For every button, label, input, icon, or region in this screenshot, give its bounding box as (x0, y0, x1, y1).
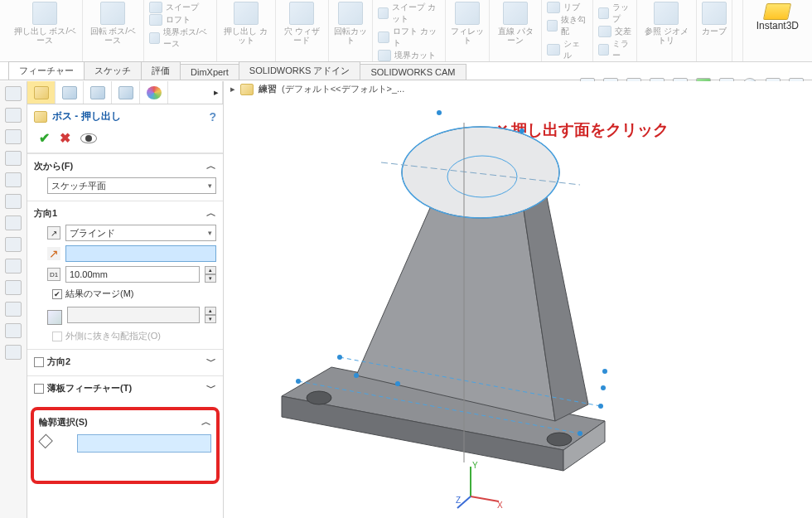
rib-button[interactable]: リブ (547, 2, 587, 13)
shell-button[interactable]: シェル (547, 38, 587, 61)
sweep-icon (149, 2, 162, 13)
rg-rib-draft-shell: リブ 抜き勾配 シェル (542, 0, 592, 61)
triad-x: X (497, 501, 503, 510)
lt-icon-9[interactable] (5, 259, 22, 274)
svg-line-20 (471, 496, 499, 501)
loft-button[interactable]: ロフト (149, 14, 211, 26)
draft-spinner[interactable]: ▴▾ (205, 307, 216, 323)
rg-extrude-cut[interactable]: 押し出し カット (217, 0, 277, 61)
chevron-down-icon: ▾ (208, 182, 212, 190)
rg-linear-pattern[interactable]: 直線 パターン (490, 0, 543, 61)
wrap-button[interactable]: ラップ (598, 2, 631, 25)
dir2-checkbox[interactable] (34, 357, 44, 367)
lt-icon-1[interactable] (5, 86, 22, 101)
chevron-up-icon[interactable]: ︿ (201, 415, 211, 429)
section-thin[interactable]: 薄板フィーチャー(T)﹀ (27, 375, 223, 402)
mirror-button[interactable]: ミラー (598, 38, 631, 61)
svg-point-17 (437, 110, 442, 115)
section-contour-highlight: 輪郭選択(S)︿ (31, 407, 220, 484)
tab-sketch[interactable]: スケッチ (84, 61, 142, 80)
draft-label: 抜き勾配 (561, 14, 587, 37)
lt-icon-2[interactable] (5, 108, 22, 123)
rg-curves[interactable]: カーブ (697, 0, 732, 61)
mirror-label: ミラー (612, 38, 631, 61)
ptab-property[interactable] (56, 81, 84, 104)
draft-button-icon[interactable] (47, 310, 62, 325)
rg-revolve-boss[interactable]: 回転 ボス/ベース (83, 0, 144, 61)
ptab-dimxpert[interactable] (112, 81, 140, 104)
model-svg (232, 90, 779, 504)
linear-pattern-icon (503, 2, 528, 25)
boundary-boss-button[interactable]: 境界ボス/ベース (149, 27, 211, 50)
rg-hole-wizard[interactable]: 穴 ウィザード (276, 0, 329, 61)
instant3d-button[interactable]: Instant3D (743, 0, 812, 61)
depth-input[interactable]: 10.00mm (65, 266, 200, 283)
lt-icon-11[interactable] (5, 302, 22, 317)
draft-angle-input[interactable] (67, 307, 200, 323)
rg-fillet[interactable]: フィレット (446, 0, 490, 61)
draft-button[interactable]: 抜き勾配 (547, 14, 587, 37)
ptab-feature[interactable] (27, 81, 56, 104)
cancel-button[interactable]: ✖ (60, 130, 70, 146)
draft-outward-row: 外側に抜き勾配指定(O) (52, 330, 216, 342)
sweep-label: スイープ (166, 2, 199, 13)
help-icon[interactable]: ? (209, 110, 216, 123)
graphics-viewport[interactable]: ▸ 練習 (デフォルト<<デフォルト>_... × 押し出す面をクリック (224, 81, 812, 518)
chevron-up-icon[interactable]: ︿ (206, 206, 216, 220)
feature-title: ボス - 押し出し (52, 109, 121, 123)
confirm-row: ✔ ✖ (27, 128, 223, 153)
curves-icon (702, 2, 727, 25)
preview-toggle[interactable] (80, 133, 97, 143)
tab-evaluate[interactable]: 評価 (141, 61, 181, 80)
sweep-cut-icon (378, 7, 389, 19)
property-manager: ▸ ボス - 押し出し ? ✔ ✖ 次から(F)︿ スケッチ平面▾ 方向1︿ ↗… (27, 81, 224, 518)
sweep-cut-button[interactable]: スイープ カット (378, 2, 440, 25)
direction-vector-icon[interactable]: ↗ (47, 247, 60, 260)
chevron-up-icon[interactable]: ︿ (206, 159, 216, 173)
rg-revolve-cut[interactable]: 回転カット (329, 0, 373, 61)
section-direction2[interactable]: 方向2﹀ (27, 349, 223, 375)
intersect-label: 交差 (615, 26, 631, 37)
sweep-button[interactable]: スイープ (149, 2, 211, 13)
loft-cut-button[interactable]: ロフト カット (378, 26, 440, 49)
chevron-down-icon[interactable]: ﹀ (206, 381, 216, 395)
lt-icon-10[interactable] (5, 280, 22, 295)
lt-icon-7[interactable] (5, 215, 22, 230)
contour-select-slot[interactable] (77, 434, 211, 453)
revolve-cut-icon (338, 2, 363, 25)
ptab-display[interactable] (140, 81, 168, 104)
view-triad[interactable]: Y X Z (456, 462, 505, 511)
from-select[interactable]: スケッチ平面▾ (47, 177, 216, 194)
loft-cut-icon (378, 31, 390, 43)
lt-icon-6[interactable] (5, 194, 22, 209)
tab-features[interactable]: フィーチャー (8, 61, 85, 80)
intersect-button[interactable]: 交差 (598, 26, 631, 37)
lt-icon-5[interactable] (5, 172, 22, 187)
tab-dimxpert[interactable]: DimXpert (180, 64, 239, 80)
lt-icon-3[interactable] (5, 129, 22, 144)
lt-icon-8[interactable] (5, 237, 22, 252)
end-condition-select[interactable]: ブラインド▾ (65, 225, 216, 241)
boundary-cut-button[interactable]: 境界カット (378, 50, 440, 61)
draft-outward-checkbox (52, 332, 62, 341)
depth-spinner[interactable]: ▴▾ (205, 266, 216, 283)
rg-extrude-boss[interactable]: 押し出し ボス/ベース (8, 0, 83, 61)
thin-checkbox[interactable] (34, 384, 44, 394)
tab-swaddins[interactable]: SOLIDWORKS アドイン (239, 61, 361, 80)
merge-checkbox-row[interactable]: ✔結果のマージ(M) (52, 288, 216, 300)
ptab-more[interactable]: ▸ (168, 81, 223, 104)
ok-button[interactable]: ✔ (39, 130, 50, 146)
chevron-down-icon: ▾ (208, 229, 212, 237)
tab-swcam[interactable]: SOLIDWORKS CAM (360, 64, 466, 80)
triad-y: Y (472, 462, 478, 470)
direction-vector-slot[interactable] (65, 245, 216, 262)
rg-refgeom[interactable]: 参照 ジオメトリ (637, 0, 697, 61)
lt-icon-4[interactable] (5, 151, 22, 166)
chevron-down-icon[interactable]: ﹀ (206, 355, 216, 369)
lt-icon-12[interactable] (5, 323, 22, 338)
reverse-direction-button[interactable]: ↗ (47, 226, 60, 240)
lt-icon-13[interactable] (5, 345, 22, 360)
rib-icon (547, 2, 560, 13)
ptab-config[interactable] (84, 81, 112, 104)
merge-checkbox[interactable]: ✔ (52, 289, 62, 299)
